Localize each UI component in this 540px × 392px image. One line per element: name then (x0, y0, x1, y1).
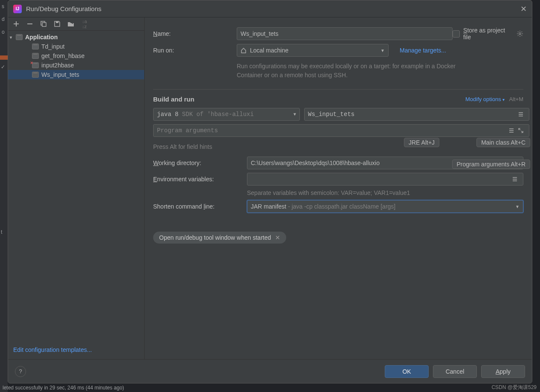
tree-node-label: Application (25, 34, 58, 41)
tree-node-config[interactable]: input2hbase (8, 61, 144, 70)
sidebar-toolbar: ↓a↓z (8, 17, 144, 31)
save-icon[interactable] (53, 20, 61, 28)
sort-icon[interactable]: ↓a↓z (81, 20, 88, 28)
svg-point-3 (519, 33, 521, 35)
run-on-value: Local machine (250, 47, 288, 54)
tree-node-label: get_from_hbase (41, 52, 84, 59)
svg-rect-2 (56, 21, 58, 23)
expand-icon[interactable] (516, 128, 525, 133)
tree-node-label: Ws_input_tets (41, 71, 79, 78)
divider (153, 89, 523, 90)
env-variables-input[interactable] (247, 173, 523, 186)
config-icon (32, 62, 39, 68)
jre-suffix: SDK of 'hbase-alluxi (182, 111, 254, 118)
name-input[interactable] (237, 27, 453, 40)
edit-config-templates-link[interactable]: Edit configuration templates... (8, 342, 144, 359)
remove-icon[interactable] (26, 20, 34, 28)
tree-node-config[interactable]: Td_input (8, 42, 144, 51)
config-icon (32, 53, 39, 59)
press-alt-hint: Press Alt for field hints (153, 143, 212, 150)
tree-node-label: Td_input (41, 43, 64, 50)
chevron-down-icon: ▼ (293, 112, 296, 117)
build-and-run-section: Build and run (153, 96, 195, 103)
jre-value: java 8 (157, 111, 178, 118)
shorten-value: JAR manifest (251, 203, 286, 210)
name-label: Name: (153, 30, 237, 37)
list-icon[interactable] (507, 128, 516, 133)
apply-button[interactable]: Apply (481, 365, 525, 378)
program-args-placeholder: Program arguments (157, 127, 507, 134)
close-icon[interactable]: ✕ (520, 4, 527, 14)
jre-hint-tooltip: JRE Alt+J (404, 138, 439, 147)
main-class-value: Ws_input_tets (308, 111, 516, 118)
chip-label: Open run/debug tool window when started (159, 234, 271, 241)
dialog-title: Run/Debug Configurations (26, 5, 102, 12)
cancel-button[interactable]: Cancel (433, 365, 477, 378)
sidebar: ↓a↓z ▾ Application Td_inputget_from_hbas… (8, 17, 145, 359)
chevron-down-icon: ▼ (515, 204, 520, 209)
shorten-command-line-combo[interactable]: JAR manifest - java -cp classpath.jar cl… (247, 200, 523, 213)
chevron-down-icon: ▼ (380, 48, 385, 53)
tree-node-label: input2hbase (41, 62, 74, 69)
program-args-hint-tooltip: Program arguments Alt+R (452, 160, 530, 169)
config-icon (32, 72, 39, 78)
application-icon (16, 34, 23, 40)
watermark: CSDN @爱淘课529 (491, 384, 537, 391)
tree-node-config[interactable]: get_from_hbase (8, 51, 144, 61)
list-icon[interactable] (510, 177, 520, 182)
run-on-combo[interactable]: Local machine ▼ (237, 44, 389, 57)
tree-node-application[interactable]: ▾ Application (8, 32, 144, 42)
copy-icon[interactable] (40, 20, 47, 28)
add-icon[interactable] (12, 20, 20, 28)
config-tree: ▾ Application Td_inputget_from_hbaseinpu… (8, 31, 144, 342)
jre-combo[interactable]: java 8 SDK of 'hbase-alluxi ▼ (153, 108, 300, 121)
run-debug-configurations-dialog: IJ Run/Debug Configurations ✕ ↓a↓z ▾ App… (8, 0, 532, 383)
help-icon[interactable]: ? (15, 366, 26, 377)
list-icon[interactable] (516, 112, 525, 117)
open-tool-window-chip[interactable]: Open run/debug tool window when started … (153, 232, 286, 244)
run-on-hint: Run configurations may be executed local… (237, 62, 467, 80)
main-class-hint-tooltip: Main class Alt+C (476, 138, 530, 147)
form-panel: Name: SStore as project filetore as proj… (145, 17, 532, 359)
ok-button[interactable]: OK (385, 365, 429, 378)
dialog-footer: ? OK Cancel Apply (8, 359, 532, 383)
main-class-input[interactable]: Ws_input_tets (304, 108, 529, 121)
ide-status-bar: leted successfully in 29 sec, 246 ms (44… (0, 383, 124, 392)
modify-options-shortcut: Alt+M (509, 96, 523, 102)
svg-rect-1 (42, 23, 46, 26)
config-icon (32, 44, 39, 49)
store-as-project-file-checkbox[interactable] (453, 30, 460, 38)
run-on-label: Run on: (153, 47, 237, 54)
env-hint: Separate variables with semicolon: VAR=v… (247, 189, 410, 196)
shorten-suffix: - java -cp classpath.jar className [args… (286, 203, 395, 210)
folder-icon[interactable] (67, 20, 75, 28)
caret-down-icon: ▾ (10, 35, 12, 40)
manage-targets-link[interactable]: Manage targets... (400, 47, 446, 54)
titlebar: IJ Run/Debug Configurations ✕ (8, 0, 532, 17)
modify-options-link[interactable]: Modify options ▾ (465, 96, 505, 102)
intellij-logo-icon: IJ (13, 5, 22, 13)
tree-node-config[interactable]: Ws_input_tets (8, 70, 144, 79)
close-icon[interactable]: ✕ (275, 234, 280, 241)
gear-icon[interactable] (517, 30, 523, 37)
background-gutter: sdo ✓ t (0, 0, 8, 392)
program-arguments-input[interactable]: Program arguments (153, 124, 529, 137)
home-icon (241, 47, 247, 53)
